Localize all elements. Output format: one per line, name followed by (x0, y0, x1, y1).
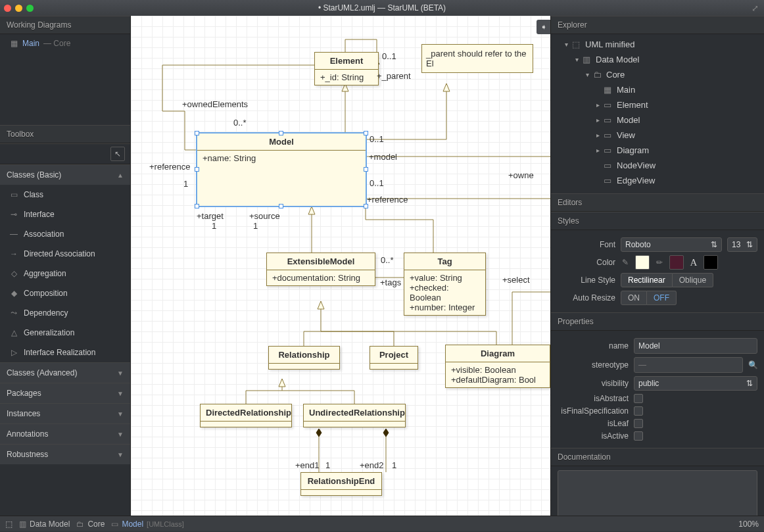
toolbox-item-interface-realization[interactable]: ▷Interface Realization (0, 343, 130, 362)
documentation-title: Documentation (551, 448, 764, 466)
search-icon[interactable]: 🔍 (748, 360, 757, 370)
prop-isleaf-checkbox[interactable] (634, 419, 643, 428)
close-window-button[interactable] (4, 5, 11, 12)
diagram-icon: ▦ (604, 85, 614, 95)
tree-row-model[interactable]: ▸▭Model (551, 112, 764, 128)
toolbox-group-classes-basic[interactable]: Classes (Basic)▲ (0, 164, 130, 185)
chevron-down-icon: ▼ (117, 410, 124, 418)
uml-class-extensiblemodel[interactable]: ExtensibleModel +documentation: String (266, 253, 375, 286)
toolbox-item-class[interactable]: ▭Class (0, 185, 130, 205)
directed-association-icon: → (9, 249, 18, 258)
uml-class-model-selected[interactable]: Model +name: String (197, 133, 366, 206)
label-owne: +owne (508, 170, 534, 180)
tree-row-core[interactable]: ▾🗀Core (551, 67, 764, 82)
label-zero-star-b: 0..* (381, 255, 394, 265)
working-diagram-main[interactable]: ▦ Main — Core (0, 34, 130, 53)
text-color-swatch[interactable] (704, 255, 718, 270)
linestyle-oblique-button[interactable]: Oblique (673, 273, 713, 287)
class-icon: ▭ (604, 100, 614, 110)
dependency-icon: ⤳ (9, 308, 18, 318)
explorer-tree: ▾⬚UML minified ▾▥Data Model ▾🗀Core ▦Main… (551, 34, 764, 193)
prop-isactive-checkbox[interactable] (634, 431, 643, 441)
tree-row-data-model[interactable]: ▾▥Data Model (551, 52, 764, 67)
diagram-canvas[interactable]: ➧ (130, 16, 551, 516)
toolbox-item-composition[interactable]: ◆Composition (0, 283, 130, 303)
tree-row-edgeview[interactable]: ▭EdgeView (551, 173, 764, 188)
toolbox-item-association[interactable]: —Association (0, 224, 130, 244)
linestyle-label: Line Style (558, 276, 615, 285)
font-label: Font (558, 240, 615, 249)
crumb-data-model[interactable]: ▥Data Model (19, 520, 70, 529)
documentation-textarea[interactable] (558, 470, 757, 516)
tree-row-root[interactable]: ▾⬚UML minified (551, 37, 764, 52)
prop-name-input[interactable]: Model (634, 338, 757, 354)
autoresize-label: Auto Resize (558, 293, 615, 302)
toolbox-item-aggregation[interactable]: ◇Aggregation (0, 264, 130, 283)
class-icon: ▭ (604, 130, 614, 140)
label-target-one: 1 (212, 221, 216, 231)
collapse-right-button[interactable]: ➧ (537, 20, 551, 34)
toolbox-item-directed-association[interactable]: →Directed Association (0, 244, 130, 264)
updown-icon: ⇅ (746, 240, 753, 249)
line-color-swatch[interactable] (669, 255, 684, 270)
linestyle-rectilinear-button[interactable]: Rectilinear (621, 273, 673, 287)
prop-isabstract-checkbox[interactable] (634, 394, 643, 403)
toolbox-item-dependency[interactable]: ⤳Dependency (0, 303, 130, 323)
prop-stereotype-input[interactable]: — (634, 357, 743, 373)
tree-row-nodeview[interactable]: ▭NodeView (551, 158, 764, 173)
label-ownedelements: +ownedElements (182, 99, 248, 109)
toolbox-group-annotations[interactable]: Annotations▼ (0, 423, 130, 444)
uml-class-directedrelationship[interactable]: DirectedRelationship (200, 404, 292, 427)
select-tool-button[interactable]: ↖ (110, 147, 125, 161)
autoresize-off-button[interactable]: OFF (647, 291, 677, 305)
toolbox-group-robustness[interactable]: Robustness▼ (0, 444, 130, 464)
uml-class-element[interactable]: Element +_id: String (314, 52, 379, 85)
expand-icon[interactable]: ⤢ (752, 3, 759, 13)
text-color-icon[interactable]: A (689, 258, 698, 267)
properties-title: Properties (551, 312, 764, 331)
tree-row-view[interactable]: ▸▭View (551, 128, 764, 143)
prop-visibility-select[interactable]: public⇅ (634, 376, 757, 391)
crumb-model[interactable]: ▭Model[UMLClass] (111, 520, 184, 529)
toolbox-item-interface[interactable]: ⊸Interface (0, 205, 130, 224)
autoresize-on-button[interactable]: ON (621, 291, 647, 305)
minimize-window-button[interactable] (15, 5, 22, 12)
class-icon: ▭ (604, 115, 614, 125)
font-select[interactable]: Roboto⇅ (621, 237, 722, 252)
tree-row-element[interactable]: ▸▭Element (551, 97, 764, 112)
eyedropper-icon[interactable]: ✎ (621, 258, 630, 267)
package-icon: 🗀 (76, 520, 84, 529)
tree-row-diagram[interactable]: ▸▭Diagram (551, 143, 764, 158)
label-zero-star: 0..* (233, 118, 247, 128)
association-icon: — (9, 230, 18, 239)
label-zero-one-c: 0..1 (370, 178, 384, 188)
uml-note-parent[interactable]: _parent should refer to the El (421, 44, 533, 73)
toolbox-group-classes-advanced[interactable]: Classes (Advanced)▼ (0, 362, 130, 383)
toolbox-group-packages[interactable]: Packages▼ (0, 383, 130, 403)
uml-class-relationshipend[interactable]: RelationshipEnd (300, 472, 382, 496)
label-source-one: 1 (253, 221, 258, 231)
fill-color-swatch[interactable] (635, 255, 650, 270)
model-icon: ▥ (19, 520, 26, 529)
working-diagrams-title: Working Diagrams (0, 16, 130, 34)
uml-class-relationship[interactable]: Relationship (268, 346, 340, 370)
window-controls (4, 5, 34, 12)
prop-isfinalspec-checkbox[interactable] (634, 406, 643, 416)
class-icon: ▭ (9, 190, 18, 199)
label-one: 1 (183, 179, 188, 189)
editors-title: Editors (551, 193, 764, 212)
crumb-core[interactable]: 🗀Core (76, 520, 105, 529)
zoom-window-button[interactable] (26, 5, 34, 12)
uml-class-diagram[interactable]: Diagram +visible: Boolean+defaultDiagram… (445, 345, 550, 388)
toolbox-item-generalization[interactable]: △Generalization (0, 323, 130, 343)
pencil-icon[interactable]: ✏ (655, 258, 664, 267)
toolbox-group-instances[interactable]: Instances▼ (0, 403, 130, 423)
tree-row-main[interactable]: ▦Main (551, 82, 764, 97)
font-size-select[interactable]: 13⇅ (727, 237, 757, 252)
uml-class-undirectedrelationship[interactable]: UndirectedRelationship (303, 404, 406, 427)
left-sidebar: Working Diagrams ▦ Main — Core Toolbox ↖… (0, 16, 130, 516)
uml-class-tag[interactable]: Tag +value: String +checked: Boolean +nu… (404, 253, 486, 316)
class-icon: ▭ (111, 520, 118, 529)
uml-class-project[interactable]: Project (370, 346, 418, 370)
zoom-level[interactable]: 100% (738, 520, 759, 529)
